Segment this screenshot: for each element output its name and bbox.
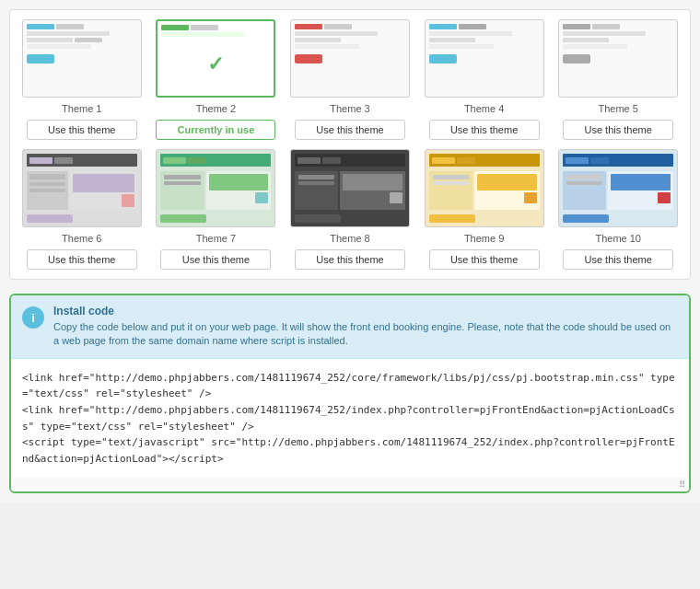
theme-card-2: ✓ Theme 2 Currently in use: [154, 19, 279, 140]
theme-preview-8: [290, 149, 410, 227]
theme-card-6: Theme 6 Use this theme: [19, 149, 145, 270]
theme-card-8: Theme 8 Use this theme: [287, 149, 413, 270]
theme-2-label: Theme 2: [196, 103, 236, 114]
theme-card-7: Theme 7 Use this theme: [154, 149, 279, 270]
theme-preview-3: [290, 19, 410, 98]
theme-preview-1: [22, 19, 142, 98]
theme-preview-10: [558, 149, 678, 227]
theme-card-1: Theme 1 Use this theme: [19, 19, 145, 140]
currently-in-use-button[interactable]: Currently in use: [156, 120, 275, 140]
theme-6-label: Theme 6: [62, 233, 101, 244]
theme-preview-4: [425, 19, 544, 98]
theme-preview-5: [558, 19, 678, 98]
theme-card-4: Theme 4 Use this theme: [422, 19, 547, 140]
install-code-header: i Install code Copy the code below and p…: [11, 295, 689, 359]
theme-card-5: Theme 5 Use this theme: [555, 19, 681, 140]
install-code-description: Install code Copy the code below and put…: [53, 305, 678, 349]
use-theme-5-button[interactable]: Use this theme: [563, 120, 673, 140]
theme-1-label: Theme 1: [62, 103, 101, 114]
resize-handle: ⠿: [11, 478, 689, 491]
theme-preview-6: [22, 149, 142, 227]
use-theme-1-button[interactable]: Use this theme: [27, 120, 137, 140]
install-code-title: Install code: [53, 305, 678, 318]
theme-preview-2: ✓: [156, 19, 275, 98]
theme-7-label: Theme 7: [196, 233, 236, 244]
use-theme-4-button[interactable]: Use this theme: [429, 120, 540, 140]
use-theme-10-button[interactable]: Use this theme: [563, 249, 673, 270]
theme-preview-9: [425, 149, 544, 227]
use-theme-6-button[interactable]: Use this theme: [27, 249, 137, 270]
theme-card-3: Theme 3 Use this theme: [287, 19, 413, 140]
theme-4-label: Theme 4: [464, 103, 504, 114]
theme-card-9: Theme 9 Use this theme: [422, 149, 547, 270]
theme-8-label: Theme 8: [330, 233, 369, 244]
theme-9-label: Theme 9: [464, 233, 504, 244]
use-theme-3-button[interactable]: Use this theme: [295, 120, 405, 140]
theme-5-label: Theme 5: [598, 103, 637, 114]
install-code-body: <link href="http://demo.phpjabbers.com/1…: [11, 359, 689, 479]
use-theme-9-button[interactable]: Use this theme: [429, 249, 540, 270]
theme-3-label: Theme 3: [330, 103, 369, 114]
theme-preview-7: [156, 149, 275, 227]
code-block[interactable]: <link href="http://demo.phpjabbers.com/1…: [22, 370, 678, 468]
use-theme-8-button[interactable]: Use this theme: [295, 249, 405, 270]
main-container: Theme 1 Use this theme ✓: [0, 0, 700, 502]
install-code-section: i Install code Copy the code below and p…: [9, 294, 691, 493]
install-code-text: Copy the code below and put it on your w…: [53, 321, 671, 346]
use-theme-7-button[interactable]: Use this theme: [160, 249, 271, 270]
resize-dots: ⠿: [679, 479, 685, 490]
themes-grid: Theme 1 Use this theme ✓: [9, 9, 691, 280]
theme-card-10: Theme 10 Use this theme: [555, 149, 681, 270]
theme-10-label: Theme 10: [595, 233, 641, 244]
info-icon: i: [22, 306, 44, 329]
